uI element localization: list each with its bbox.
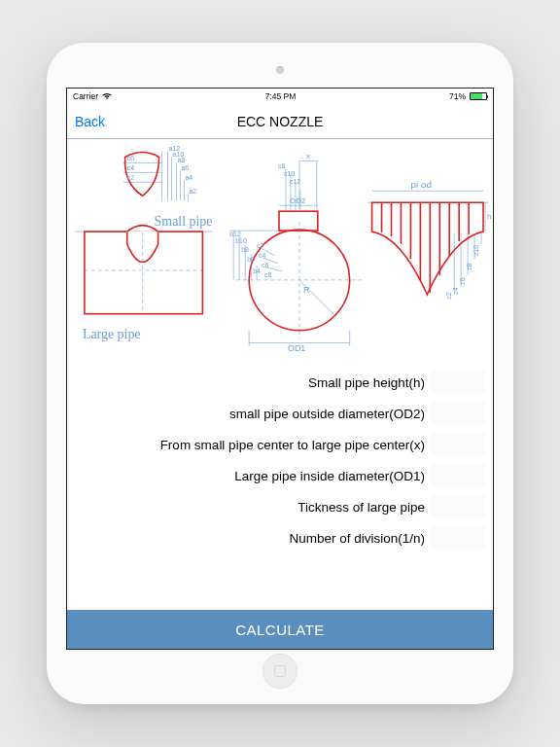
device-home-button[interactable] — [262, 654, 298, 689]
input-small-pipe-od[interactable] — [431, 402, 485, 425]
svg-text:c2: c2 — [127, 174, 134, 181]
svg-text:OD1: OD1 — [288, 343, 305, 353]
label-divisions: Number of division(1/n) — [79, 531, 431, 546]
svg-text:b10: b10 — [235, 237, 247, 244]
svg-text:x: x — [306, 152, 310, 160]
label-small-pipe-height: Small pipe height(h) — [79, 375, 431, 390]
battery-icon — [470, 92, 487, 100]
diagram-label-large-pipe: Large pipe — [83, 327, 141, 341]
svg-text:c4: c4 — [259, 252, 265, 259]
label-center-offset: From small pipe center to large pipe cen… — [79, 438, 431, 452]
input-small-pipe-height[interactable] — [431, 371, 485, 394]
input-thickness[interactable] — [431, 495, 485, 518]
svg-text:OD2: OD2 — [290, 196, 306, 205]
label-small-pipe-od: small pipe outside diameter(OD2) — [79, 407, 431, 421]
home-icon — [274, 665, 286, 677]
svg-text:z6: z6 — [459, 277, 466, 284]
nav-bar: Back ECC NOZZLE — [67, 104, 493, 139]
label-large-pipe-id: Large pipe inside diameter(OD1) — [79, 469, 431, 483]
diagram-label-small-pipe: Small pipe — [155, 214, 213, 229]
svg-text:c2: c2 — [257, 242, 263, 249]
svg-text:c8: c8 — [278, 162, 285, 169]
svg-text:R: R — [303, 285, 310, 295]
page-title: ECC NOZZLE — [237, 114, 324, 129]
svg-text:b8: b8 — [241, 246, 249, 253]
svg-text:c8: c8 — [264, 271, 271, 278]
svg-text:c6: c6 — [262, 262, 268, 268]
svg-text:b4: b4 — [253, 267, 261, 274]
svg-text:z4: z4 — [452, 287, 459, 294]
svg-text:c10: c10 — [284, 170, 295, 177]
input-form: Small pipe height(h) small pipe outside … — [67, 363, 493, 606]
svg-text:z10: z10 — [472, 245, 479, 256]
back-button[interactable]: Back — [75, 114, 105, 129]
svg-rect-31 — [279, 211, 318, 231]
device-camera — [276, 66, 284, 74]
svg-text:a8: a8 — [177, 157, 185, 163]
input-large-pipe-id[interactable] — [431, 464, 485, 487]
battery-pct: 71% — [449, 91, 466, 101]
status-time: 7:45 PM — [265, 91, 297, 101]
calculate-button[interactable]: CALCULATE — [67, 610, 493, 649]
input-center-offset[interactable] — [431, 433, 485, 456]
svg-text:b12: b12 — [229, 231, 241, 237]
svg-text:z8: z8 — [466, 263, 472, 269]
svg-text:h: h — [487, 212, 491, 221]
svg-text:c4: c4 — [127, 164, 134, 171]
svg-text:c12: c12 — [290, 178, 300, 185]
wifi-icon — [102, 93, 112, 100]
svg-text:a4: a4 — [185, 174, 192, 181]
svg-text:a6: a6 — [181, 164, 189, 171]
carrier-label: Carrier — [73, 91, 98, 101]
status-bar: Carrier 7:45 PM 71% — [67, 89, 493, 104]
label-thickness: Tickness of large pipe — [79, 500, 431, 515]
svg-text:a2: a2 — [189, 188, 196, 195]
svg-text:z2: z2 — [445, 292, 452, 299]
input-divisions[interactable] — [431, 526, 485, 550]
svg-text:b6: b6 — [247, 256, 255, 263]
svg-text:pi  od: pi od — [410, 179, 432, 190]
svg-rect-13 — [85, 231, 202, 314]
svg-text:c6: c6 — [127, 155, 134, 161]
pipe-diagram: Small pipe Large pipe a12 a10 a8 a6 a4 a… — [67, 139, 493, 363]
